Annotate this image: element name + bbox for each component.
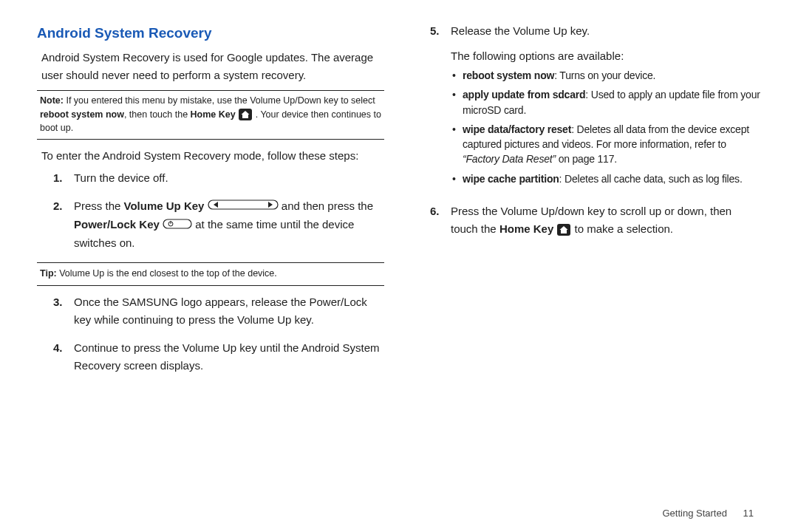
lead-text: To enter the Android System Recovery mod… [41, 147, 384, 165]
note-text: If you entered this menu by mistake, use… [40, 95, 381, 133]
power-key-icon [163, 216, 192, 234]
divider [37, 139, 384, 140]
volume-key-icon [208, 198, 279, 216]
footer-section: Getting Started [662, 508, 726, 519]
tip-block: Tip: Volume Up is the end closest to the… [40, 266, 384, 281]
section-heading: Android System Recovery [37, 22, 384, 44]
step-3: 3. Once the SAMSUNG logo appears, releas… [53, 293, 384, 329]
home-key-icon [238, 108, 253, 121]
note-block: Note: If you entered this menu by mistak… [40, 94, 384, 134]
step-4: 4. Continue to press the Volume Up key u… [53, 339, 384, 375]
option-reboot: •reboot system now: Turns on your device… [452, 68, 761, 83]
svg-rect-1 [208, 200, 278, 209]
step-2: 2. Press the Volume Up Key and then pres… [53, 197, 384, 252]
home-key-icon [556, 223, 571, 236]
tip-label: Tip: [40, 268, 57, 279]
note-label: Note: [40, 95, 64, 106]
divider [37, 285, 384, 286]
divider [37, 90, 384, 91]
steps-list-right: 5. Release the Volume Up key. The follow… [430, 22, 761, 238]
divider [37, 262, 384, 263]
options-list: •reboot system now: Turns on your device… [452, 68, 761, 186]
steps-list: 1. Turn the device off. 2. Press the Vol… [53, 169, 384, 252]
page-footer: Getting Started 11 [662, 508, 754, 519]
left-column: Android System Recovery Android System R… [37, 22, 384, 517]
footer-page: 11 [743, 508, 754, 519]
right-column: 5. Release the Volume Up key. The follow… [414, 22, 761, 517]
option-wipe-cache: •wipe cache partition: Deletes all cache… [452, 171, 761, 186]
step-6: 6. Press the Volume Up/down key to scrol… [430, 202, 761, 238]
intro-text: Android System Recovery is used for Goog… [41, 49, 384, 84]
option-apply-update: •apply update from sdcard: Used to apply… [452, 87, 761, 117]
option-wipe-data: •wipe data/factory reset: Deletes all da… [452, 122, 761, 167]
steps-list-cont: 3. Once the SAMSUNG logo appears, releas… [53, 293, 384, 375]
svg-rect-2 [163, 219, 191, 228]
step-5: 5. Release the Volume Up key. The follow… [430, 22, 761, 192]
step-1: 1. Turn the device off. [53, 169, 384, 187]
